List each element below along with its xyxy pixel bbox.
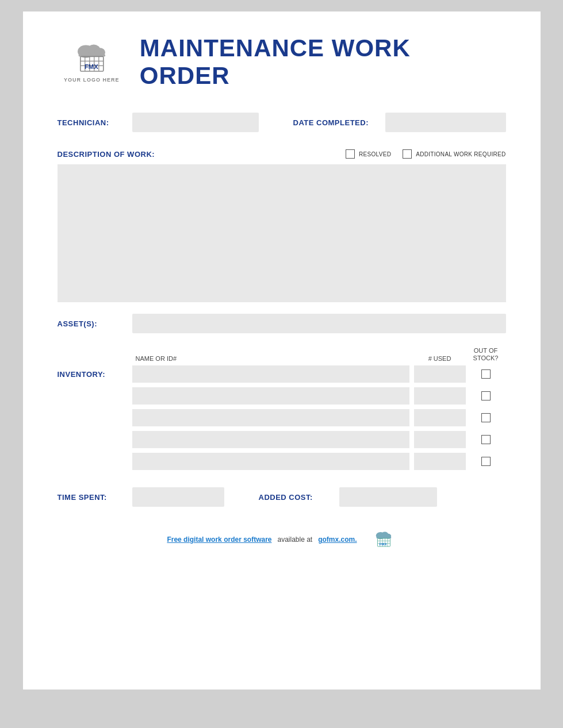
- assets-row: ASSET(S):: [58, 314, 506, 333]
- technician-label: TECHNICIAN:: [58, 118, 132, 127]
- date-completed-input[interactable]: [385, 113, 506, 132]
- inv-stock-checkbox-5[interactable]: [481, 457, 491, 466]
- footer-logo-icon: FMX: [371, 530, 396, 549]
- date-completed-label: DATE COMPLETED:: [293, 118, 385, 127]
- inv-used-3[interactable]: [414, 409, 466, 426]
- checkbox-group: RESOLVED ADDITIONAL WORK REQUIRED: [346, 149, 505, 159]
- inv-used-4[interactable]: [414, 431, 466, 448]
- inv-stock-checkbox-2[interactable]: [481, 391, 491, 400]
- inventory-label: INVENTORY:: [58, 370, 132, 379]
- col-stock-header: OUT OF STOCK?: [466, 347, 506, 362]
- logo-tagline: YOUR LOGO HERE: [64, 77, 120, 83]
- description-label: DESCRIPTION OF WORK:: [58, 150, 155, 159]
- page-title: MAINTENANCE WORK ORDER: [140, 34, 506, 90]
- footer-link[interactable]: Free digital work order software: [167, 536, 271, 544]
- time-spent-input[interactable]: [132, 487, 224, 507]
- inv-stock-checkbox-3[interactable]: [481, 413, 491, 422]
- inv-stock-cell-4: [466, 435, 506, 444]
- footer-domain[interactable]: gofmx.com.: [318, 536, 357, 544]
- inv-stock-cell-3: [466, 413, 506, 422]
- footer-text: available at: [277, 536, 312, 544]
- inv-stock-checkbox-4[interactable]: [481, 435, 491, 444]
- header: FMX YOUR LOGO HERE MAINTENANCE WORK ORDE…: [58, 34, 506, 90]
- col-used-header: # USED: [414, 355, 466, 362]
- resolved-checkbox[interactable]: [346, 149, 355, 159]
- inv-used-5[interactable]: [414, 453, 466, 470]
- assets-label: ASSET(S):: [58, 319, 132, 328]
- inv-name-5[interactable]: [132, 453, 409, 470]
- additional-work-checkbox[interactable]: [403, 149, 412, 159]
- bottom-row: TIME SPENT: ADDED COST:: [58, 487, 506, 507]
- inv-name-4[interactable]: [132, 431, 409, 448]
- inv-stock-checkbox-1[interactable]: [481, 369, 491, 379]
- inv-stock-cell-2: [466, 391, 506, 400]
- page: FMX YOUR LOGO HERE MAINTENANCE WORK ORDE…: [23, 11, 541, 690]
- inventory-row-5: [58, 453, 506, 470]
- inventory-section: NAME OR ID# # USED OUT OF STOCK? INVENTO…: [58, 347, 506, 470]
- col-name-header: NAME OR ID#: [132, 355, 414, 362]
- description-textarea[interactable]: [58, 164, 506, 302]
- technician-input[interactable]: [132, 113, 259, 132]
- logo-container: FMX YOUR LOGO HERE: [58, 41, 126, 83]
- technician-row: TECHNICIAN: DATE COMPLETED:: [58, 113, 506, 132]
- additional-work-label: ADDITIONAL WORK REQUIRED: [416, 151, 505, 157]
- resolved-label: RESOLVED: [359, 151, 391, 157]
- time-spent-label: TIME SPENT:: [58, 493, 132, 502]
- inv-stock-cell-1: [466, 369, 506, 379]
- inv-stock-cell-5: [466, 457, 506, 466]
- fmx-logo-icon: FMX: [68, 41, 114, 76]
- added-cost-label: ADDED COST:: [259, 493, 339, 502]
- inventory-row-1: INVENTORY:: [58, 365, 506, 383]
- inv-used-2[interactable]: [414, 387, 466, 405]
- inventory-row-2: [58, 387, 506, 405]
- added-cost-input[interactable]: [339, 487, 437, 507]
- inventory-row-3: [58, 409, 506, 426]
- inv-name-1[interactable]: [132, 365, 409, 383]
- additional-work-checkbox-item: ADDITIONAL WORK REQUIRED: [403, 149, 505, 159]
- footer: Free digital work order software availab…: [58, 530, 506, 549]
- description-row: DESCRIPTION OF WORK: RESOLVED ADDITIONAL…: [58, 149, 506, 159]
- svg-text:FMX: FMX: [85, 63, 98, 70]
- inventory-row-4: [58, 431, 506, 448]
- svg-text:FMX: FMX: [379, 542, 387, 546]
- inv-used-1[interactable]: [414, 365, 466, 383]
- inventory-header: NAME OR ID# # USED OUT OF STOCK?: [58, 347, 506, 362]
- inv-name-3[interactable]: [132, 409, 409, 426]
- assets-input[interactable]: [132, 314, 506, 333]
- resolved-checkbox-item: RESOLVED: [346, 149, 391, 159]
- inv-name-2[interactable]: [132, 387, 409, 405]
